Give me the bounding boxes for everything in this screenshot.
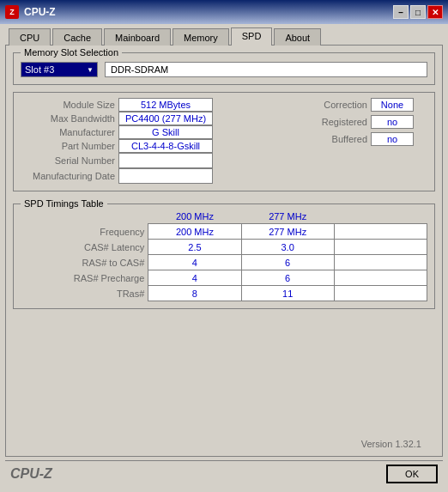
ras-precharge-col1: 4 [148,270,241,286]
module-size-value: 512 MBytes [118,98,213,112]
manufacturing-date-value [118,168,213,184]
tras-col3 [334,286,427,301]
table-row: RAS# Precharge 4 6 [21,270,427,286]
frequency-col1: 200 MHz [148,224,241,240]
registered-label: Registered [307,117,367,127]
frequency-col3 [334,224,427,240]
table-row: RAS# to CAS# 4 6 [21,255,427,270]
max-bandwidth-value: PC4400 (277 MHz) [118,112,213,125]
tab-spd[interactable]: SPD [231,27,273,46]
timings-header-col2: 277 MHz [241,210,334,224]
dropdown-arrow-icon: ▼ [87,66,94,74]
spd-timings-group: SPD Timings Table 200 MHz 277 MHz Freque… [13,203,435,309]
manufacturing-date-row: Manufacturing Date [21,168,300,184]
tab-mainboard[interactable]: Mainboard [104,28,171,46]
buffered-value: no [371,132,414,146]
memory-slot-group-title: Memory Slot Selection [21,47,122,58]
titlebar: Z CPU-Z – □ ✕ [0,0,448,24]
manufacturer-value: G Skill [118,125,213,139]
version-bar: Version 1.32.1 [13,435,435,449]
slot-dropdown[interactable]: Slot #3 ▼ [21,62,98,77]
registered-row: Registered no [307,115,427,129]
ok-button[interactable]: OK [386,465,438,483]
footer-logo: CPU-Z [10,466,52,482]
part-number-label: Part Number [21,141,115,151]
manufacturer-label: Manufacturer [21,127,115,137]
correction-row: Correction None [307,98,427,112]
tras-col1: 8 [148,286,241,301]
manufacturing-date-label: Manufacturing Date [21,171,115,181]
cas-latency-label: CAS# Latency [21,240,148,255]
spd-timings-table: 200 MHz 277 MHz Frequency 200 MHz 277 MH… [21,210,427,301]
frequency-label: Frequency [21,224,148,240]
timings-header-col3 [334,210,427,224]
tab-bar: CPU Cache Mainboard Memory SPD About [5,27,443,46]
module-size-label: Module Size [21,100,115,110]
correction-value: None [371,98,414,112]
correction-label: Correction [307,100,367,110]
ras-precharge-col3 [334,270,427,286]
footer: CPU-Z OK [5,460,443,487]
slot-dropdown-value: Slot #3 [25,64,54,75]
ras-cas-col3 [334,255,427,270]
window-body: CPU Cache Mainboard Memory SPD About Mem… [0,24,448,492]
table-row: CAS# Latency 2.5 3.0 [21,240,427,255]
tras-col2: 11 [241,286,334,301]
manufacturer-row: Manufacturer G Skill [21,125,300,139]
part-number-row: Part Number CL3-4-4-8-Gskill [21,139,300,153]
close-button[interactable]: ✕ [427,5,443,19]
serial-number-value [118,153,213,168]
module-info-right: Correction None Registered no Buffered n… [307,98,427,184]
max-bandwidth-label: Max Bandwidth [21,113,115,124]
app-title: CPU-Z [24,6,393,18]
tab-content-spd: Memory Slot Selection Slot #3 ▼ DDR-SDRA… [5,45,443,457]
tras-label: TRas# [21,286,148,301]
version-text: Version 1.32.1 [13,439,435,449]
timings-header-col1: 200 MHz [148,210,241,224]
minimize-button[interactable]: – [393,5,409,19]
table-row: TRas# 8 11 [21,286,427,301]
module-info-columns: Module Size 512 MBytes Max Bandwidth PC4… [21,98,427,184]
maximize-button[interactable]: □ [410,5,426,19]
cas-latency-col3 [334,240,427,255]
serial-number-label: Serial Number [21,155,115,166]
module-size-row: Module Size 512 MBytes [21,98,300,112]
app-icon: Z [5,5,19,19]
module-info-group: Module Size 512 MBytes Max Bandwidth PC4… [13,92,435,191]
max-bandwidth-row: Max Bandwidth PC4400 (277 MHz) [21,112,300,125]
tab-memory[interactable]: Memory [173,28,229,46]
ras-cas-col2: 6 [241,255,334,270]
window-controls: – □ ✕ [393,5,443,19]
ras-cas-label: RAS# to CAS# [21,255,148,270]
frequency-col2: 277 MHz [241,224,334,240]
table-row: Frequency 200 MHz 277 MHz [21,224,427,240]
ras-precharge-label: RAS# Precharge [21,270,148,286]
spd-timings-group-title: SPD Timings Table [21,198,107,209]
cas-latency-col1: 2.5 [148,240,241,255]
slot-row: Slot #3 ▼ DDR-SDRAM [21,62,427,77]
serial-number-row: Serial Number [21,153,300,168]
module-info-left: Module Size 512 MBytes Max Bandwidth PC4… [21,98,300,184]
buffered-label: Buffered [307,134,367,144]
timings-col-empty [21,210,148,224]
tab-cpu[interactable]: CPU [9,28,51,46]
tab-about[interactable]: About [274,28,321,46]
registered-value: no [371,115,414,129]
slot-type-field: DDR-SDRAM [105,62,427,77]
memory-slot-group: Memory Slot Selection Slot #3 ▼ DDR-SDRA… [13,52,435,85]
cas-latency-col2: 3.0 [241,240,334,255]
ras-precharge-col2: 6 [241,270,334,286]
tab-cache[interactable]: Cache [52,28,102,46]
ras-cas-col1: 4 [148,255,241,270]
buffered-row: Buffered no [307,132,427,146]
part-number-value: CL3-4-4-8-Gskill [118,139,213,153]
